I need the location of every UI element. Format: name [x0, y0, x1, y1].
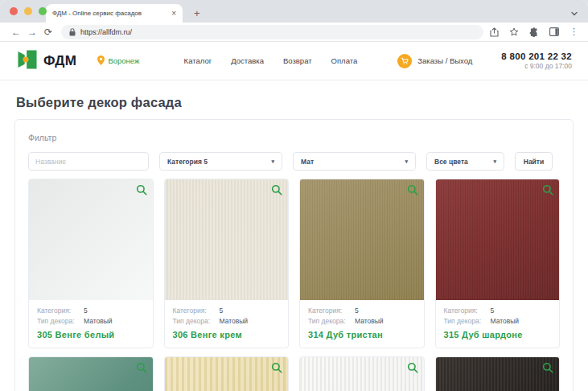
- back-button[interactable]: ←: [8, 27, 24, 37]
- location-pin-icon: [97, 54, 105, 68]
- search-button[interactable]: Найти: [515, 152, 553, 171]
- color-select-value: Все цвета: [434, 158, 468, 166]
- reload-button[interactable]: ⟳: [40, 27, 56, 37]
- decor-type-label: Тип декора:: [37, 317, 84, 325]
- decor-type-label: Тип декора:: [444, 317, 491, 325]
- extensions-puzzle-icon[interactable]: [529, 27, 539, 37]
- finish-select[interactable]: Мат ▾: [293, 152, 416, 171]
- magnifier-icon[interactable]: [542, 184, 553, 199]
- chevron-down-icon: ▾: [493, 158, 496, 165]
- side-panel-icon[interactable]: [549, 27, 559, 36]
- decor-name-link[interactable]: 305 Венге белый: [37, 330, 145, 340]
- decor-type-value: Матовый: [84, 317, 113, 325]
- decor-card[interactable]: [28, 356, 154, 391]
- nav-item-delivery[interactable]: Доставка: [231, 56, 264, 65]
- decor-swatch[interactable]: [165, 179, 289, 300]
- chevron-down-icon[interactable]: [570, 6, 578, 21]
- nav-item-payment[interactable]: Оплата: [331, 56, 358, 65]
- browser-window: ФДМ - Online сервис фасадов × + ← → ⟳ ht…: [0, 0, 588, 391]
- category-label: Категория:: [37, 307, 84, 315]
- decor-swatch[interactable]: [436, 179, 560, 300]
- working-hours: с 9:00 до 17:00: [501, 62, 572, 70]
- decor-card[interactable]: Категория:5 Тип декора:Матовый 315 Дуб ш…: [435, 179, 561, 348]
- name-filter-input[interactable]: [28, 152, 149, 171]
- lock-icon: [69, 28, 76, 36]
- decor-card-info: Категория:5 Тип декора:Матовый 306 Венге…: [165, 300, 289, 348]
- magnifier-icon[interactable]: [271, 362, 282, 377]
- toolbar-icons: ⋮: [490, 27, 580, 37]
- traffic-lights: [10, 7, 47, 15]
- decor-card-info: Категория:5 Тип декора:Матовый 315 Дуб ш…: [436, 300, 560, 348]
- chevron-down-icon: ▾: [271, 158, 274, 165]
- site-logo[interactable]: ФДМ: [16, 48, 76, 74]
- decor-card-info: Категория:5 Тип декора:Матовый 314 Дуб т…: [300, 300, 424, 348]
- category-label: Категория:: [444, 307, 491, 315]
- site-header: ФДМ Воронеж Каталог Доставка Возврат Опл…: [0, 42, 588, 80]
- share-icon[interactable]: [490, 27, 499, 37]
- filter-panel: Фильтр Категория 5 ▾ Мат ▾ Все цвета ▾ Н…: [14, 119, 574, 391]
- magnifier-icon[interactable]: [136, 184, 147, 199]
- tab-title: ФДМ - Online сервис фасадов: [52, 10, 167, 17]
- nav-item-catalog[interactable]: Каталог: [184, 56, 212, 65]
- tab-close-icon[interactable]: ×: [171, 9, 176, 18]
- cart-icon: [397, 54, 412, 68]
- decor-grid: Категория:5 Тип декора:Матовый 305 Венге…: [28, 179, 560, 391]
- magnifier-icon[interactable]: [136, 362, 147, 377]
- decor-swatch[interactable]: [300, 179, 424, 300]
- decor-swatch[interactable]: [436, 357, 560, 391]
- address-bar[interactable]: https://allfdm.ru/: [61, 25, 483, 39]
- decor-card[interactable]: Категория:5 Тип декора:Матовый 314 Дуб т…: [299, 179, 425, 348]
- browser-tab[interactable]: ФДМ - Online сервис фасадов ×: [46, 4, 183, 23]
- decor-name-link[interactable]: 315 Дуб шардоне: [444, 330, 552, 340]
- city-label: Воронеж: [108, 56, 139, 65]
- fdm-logo-icon: [16, 48, 39, 74]
- magnifier-icon[interactable]: [271, 184, 282, 199]
- color-select[interactable]: Все цвета ▾: [426, 152, 504, 171]
- maximize-window-button[interactable]: [39, 7, 47, 15]
- phone-number[interactable]: 8 800 201 22 32: [501, 51, 572, 61]
- phone-block: 8 800 201 22 32 с 9:00 до 17:00: [501, 51, 572, 70]
- category-value: 5: [355, 307, 359, 315]
- category-value: 5: [491, 307, 495, 315]
- logo-text: ФДМ: [43, 53, 76, 69]
- bookmark-star-icon[interactable]: [509, 27, 519, 37]
- minimize-window-button[interactable]: [24, 7, 32, 15]
- decor-swatch[interactable]: [29, 357, 153, 391]
- decor-name-link[interactable]: 314 Дуб тристан: [308, 330, 416, 340]
- url-text: https://allfdm.ru/: [80, 28, 132, 36]
- category-select-value: Категория 5: [167, 158, 208, 166]
- decor-card[interactable]: [435, 356, 561, 391]
- filter-label: Фильтр: [28, 133, 560, 142]
- category-label: Категория:: [173, 307, 220, 315]
- tab-strip: ФДМ - Online сервис фасадов × +: [0, 0, 588, 23]
- decor-card[interactable]: Категория:5 Тип декора:Матовый 305 Венге…: [28, 179, 154, 348]
- category-value: 5: [84, 307, 88, 315]
- close-window-button[interactable]: [10, 7, 18, 15]
- decor-card[interactable]: [164, 356, 290, 391]
- decor-card[interactable]: Категория:5 Тип декора:Матовый 306 Венге…: [164, 179, 290, 348]
- orders-logout-label: Заказы / Выход: [417, 56, 472, 65]
- decor-type-label: Тип декора:: [173, 317, 220, 325]
- decor-type-value: Матовый: [220, 317, 249, 325]
- magnifier-icon[interactable]: [407, 362, 418, 377]
- category-value: 5: [220, 307, 224, 315]
- decor-swatch[interactable]: [29, 179, 153, 300]
- decor-type-label: Тип декора:: [308, 317, 355, 325]
- decor-type-value: Матовый: [355, 317, 384, 325]
- new-tab-button[interactable]: +: [194, 7, 200, 19]
- decor-name-link[interactable]: 306 Венге крем: [173, 330, 281, 340]
- category-select[interactable]: Категория 5 ▾: [159, 152, 282, 171]
- browser-menu-icon[interactable]: ⋮: [569, 27, 578, 37]
- decor-swatch[interactable]: [300, 357, 424, 391]
- nav-item-returns[interactable]: Возврат: [283, 56, 312, 65]
- decor-swatch[interactable]: [165, 357, 289, 391]
- decor-card[interactable]: [299, 356, 425, 391]
- browser-toolbar: ← → ⟳ https://allfdm.ru/ ⋮: [0, 23, 588, 42]
- magnifier-icon[interactable]: [542, 362, 553, 377]
- page-title: Выберите декор фасада: [16, 95, 574, 110]
- forward-button[interactable]: →: [24, 27, 40, 37]
- magnifier-icon[interactable]: [407, 184, 418, 199]
- page-content: Выберите декор фасада Фильтр Категория 5…: [0, 80, 588, 391]
- city-selector[interactable]: Воронеж: [97, 54, 139, 68]
- orders-logout-link[interactable]: Заказы / Выход: [397, 54, 472, 68]
